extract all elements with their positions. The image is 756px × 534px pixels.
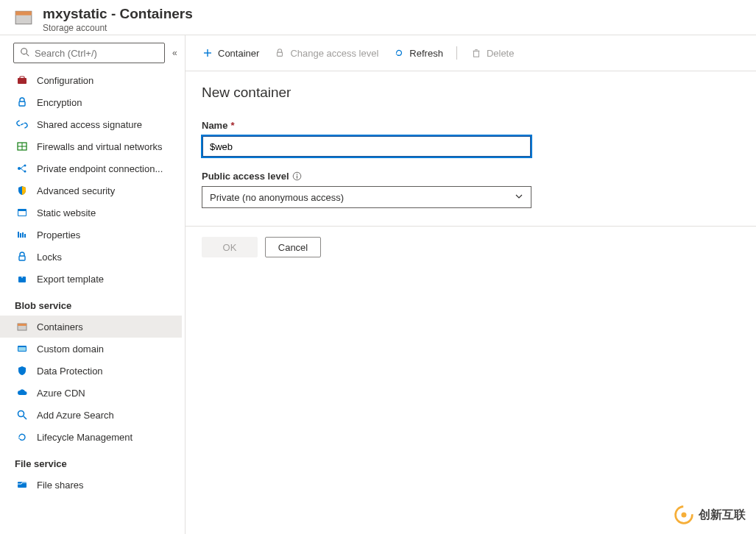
sidebar-item-sas[interactable]: Shared access signature: [0, 113, 182, 135]
name-input[interactable]: [202, 135, 531, 157]
change-access-button[interactable]: Change access level: [268, 44, 384, 62]
required-marker: *: [230, 120, 234, 131]
chevron-down-icon: [515, 192, 523, 203]
svg-rect-16: [18, 211, 26, 216]
domain-icon: [16, 343, 28, 355]
svg-line-3: [27, 53, 29, 56]
watermark-icon: [674, 505, 694, 525]
svg-point-27: [18, 411, 24, 417]
svg-line-13: [21, 165, 24, 168]
storage-account-icon: [13, 7, 34, 28]
access-level-select[interactable]: Private (no anonymous access): [202, 186, 531, 208]
access-level-label: Public access level: [202, 171, 531, 182]
container-icon: [16, 321, 28, 332]
sidebar-item-label: Lifecycle Management: [37, 432, 133, 443]
sidebar-item-label: File shares: [37, 480, 84, 491]
briefcase-icon: [16, 74, 28, 86]
form-divider: [186, 226, 756, 227]
sidebar-item-configuration[interactable]: Configuration: [0, 69, 182, 91]
firewall-icon: [16, 140, 28, 152]
page-title: mxystatic - Containers: [43, 6, 193, 23]
fileshare-icon: [16, 479, 28, 491]
add-container-button[interactable]: Container: [196, 44, 265, 62]
sidebar-item-label: Export template: [37, 274, 104, 285]
svg-point-2: [21, 48, 27, 54]
sidebar-item-label: Containers: [37, 321, 83, 332]
svg-rect-5: [20, 76, 24, 79]
sidebar-item-label: Custom domain: [37, 343, 104, 355]
export-icon: [16, 273, 28, 285]
toolbar: Container Change access level Refresh De…: [186, 35, 756, 71]
sidebar-item-azure-cdn[interactable]: Azure CDN: [0, 382, 182, 404]
search-icon: [16, 409, 28, 421]
watermark: 创新互联: [674, 505, 746, 525]
plus-icon: [202, 47, 213, 59]
sidebar-item-file-shares[interactable]: File shares: [0, 474, 182, 496]
protection-icon: [16, 365, 28, 377]
lock-icon: [16, 96, 28, 108]
svg-line-28: [24, 416, 27, 419]
sidebar-item-advanced-security[interactable]: Advanced security: [0, 179, 182, 202]
sidebar-item-add-azure-search[interactable]: Add Azure Search: [0, 404, 182, 426]
sidebar-item-export-template[interactable]: Export template: [0, 268, 182, 290]
sidebar-item-custom-domain[interactable]: Custom domain: [0, 338, 182, 360]
sidebar-item-firewalls[interactable]: Firewalls and virtual networks: [0, 135, 182, 157]
sidebar-item-static-website[interactable]: Static website: [0, 202, 182, 224]
sidebar: « Configuration Encryption Shared access…: [0, 35, 186, 534]
svg-rect-24: [18, 324, 27, 326]
link-icon: [16, 118, 28, 130]
properties-icon: [16, 229, 28, 241]
shield-icon: [16, 185, 28, 196]
sidebar-item-locks[interactable]: Locks: [0, 246, 182, 268]
info-icon[interactable]: [292, 171, 303, 182]
sidebar-item-data-protection[interactable]: Data Protection: [0, 360, 182, 382]
delete-button[interactable]: Delete: [464, 44, 520, 62]
refresh-button[interactable]: Refresh: [387, 44, 449, 62]
svg-rect-33: [473, 51, 478, 57]
toolbar-separator: [456, 46, 457, 60]
sidebar-item-lifecycle[interactable]: Lifecycle Management: [0, 426, 182, 448]
cancel-button[interactable]: Cancel: [265, 237, 321, 257]
collapse-sidebar-button[interactable]: «: [171, 46, 179, 60]
svg-rect-26: [18, 347, 26, 351]
svg-line-14: [21, 168, 24, 171]
sidebar-item-encryption[interactable]: Encryption: [0, 91, 182, 113]
toolbar-label: Change access level: [290, 48, 378, 59]
select-value: Private (no anonymous access): [210, 192, 344, 203]
ok-button[interactable]: OK: [202, 237, 258, 257]
svg-point-10: [18, 167, 21, 170]
search-icon: [20, 47, 30, 60]
toolbar-label: Container: [218, 48, 259, 59]
toolbar-label: Refresh: [409, 48, 443, 59]
sidebar-item-label: Shared access signature: [37, 119, 142, 130]
svg-point-40: [682, 513, 687, 518]
page-header: mxystatic - Containers Storage account: [0, 0, 756, 35]
lifecycle-icon: [16, 431, 28, 443]
endpoint-icon: [16, 163, 28, 174]
svg-rect-21: [19, 256, 25, 260]
sidebar-item-properties[interactable]: Properties: [0, 224, 182, 246]
page-subtitle: Storage account: [43, 23, 193, 33]
toolbar-label: Delete: [487, 48, 515, 59]
svg-rect-1: [15, 11, 32, 15]
sidebar-item-label: Add Azure Search: [37, 410, 114, 421]
sidebar-item-label: Configuration: [37, 75, 93, 86]
trash-icon: [470, 47, 482, 59]
lock-icon: [16, 251, 28, 263]
sidebar-item-label: Private endpoint connection...: [37, 163, 163, 174]
search-input-wrap[interactable]: [13, 43, 165, 63]
sidebar-nav: Configuration Encryption Shared access s…: [0, 69, 185, 534]
form-heading: New container: [202, 85, 740, 101]
sidebar-item-label: Data Protection: [37, 366, 103, 377]
main-content: New container Name* Public access level …: [186, 71, 756, 534]
sidebar-item-label: Locks: [37, 252, 62, 263]
search-input[interactable]: [35, 48, 158, 59]
svg-rect-32: [278, 52, 283, 56]
sidebar-item-label: Azure CDN: [37, 388, 85, 399]
sidebar-item-containers[interactable]: Containers: [0, 316, 182, 338]
name-label: Name*: [202, 120, 531, 131]
section-blob-service: Blob service: [0, 290, 182, 316]
sidebar-item-label: Advanced security: [37, 185, 115, 196]
sidebar-item-private-endpoint[interactable]: Private endpoint connection...: [0, 157, 182, 179]
sidebar-item-label: Encryption: [37, 97, 82, 108]
